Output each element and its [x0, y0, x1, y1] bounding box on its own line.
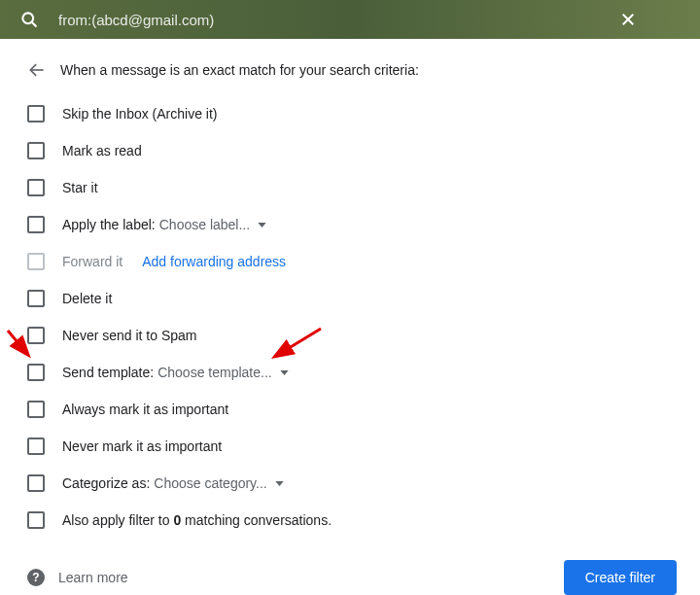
checkbox-star[interactable]: [27, 179, 45, 196]
filter-options-panel: When a message is an exact match for you…: [0, 39, 700, 595]
checkbox-send-template[interactable]: [27, 364, 45, 381]
option-send-template: Send template: Choose template...: [0, 354, 700, 391]
svg-point-0: [22, 13, 33, 23]
checkbox-apply-label[interactable]: [27, 216, 45, 233]
dropdown-text: Choose template...: [158, 365, 272, 380]
learn-more-link[interactable]: Learn more: [58, 570, 128, 585]
option-label: Never mark it as important: [62, 438, 222, 454]
checkbox-categorize[interactable]: [27, 474, 45, 492]
help-icon[interactable]: ?: [27, 569, 45, 586]
close-icon[interactable]: [619, 11, 637, 28]
option-skip-inbox: Skip the Inbox (Archive it): [0, 95, 700, 132]
categorize-dropdown[interactable]: Choose category...: [154, 475, 283, 491]
chevron-down-icon: [258, 223, 266, 228]
chevron-down-icon: [275, 481, 284, 486]
option-never-spam: Never send it to Spam: [0, 317, 700, 354]
chevron-down-icon: [280, 370, 289, 375]
option-label: Always mark it as important: [62, 402, 228, 417]
svg-marker-7: [275, 481, 283, 486]
option-categorize: Categorize as: Choose category...: [0, 465, 700, 502]
option-label: Forward it: [62, 254, 122, 269]
search-query[interactable]: from:(abcd@gmail.com): [58, 12, 214, 28]
svg-marker-6: [280, 370, 288, 375]
svg-line-1: [32, 22, 37, 27]
also-apply-pre: Also apply filter to: [62, 512, 173, 528]
option-label: Never send it to Spam: [62, 328, 197, 343]
option-apply-label: Apply the label: Choose label...: [0, 206, 700, 243]
option-label: Skip the Inbox (Archive it): [62, 106, 218, 122]
search-icon[interactable]: [19, 10, 39, 29]
checkbox-also-apply[interactable]: [27, 511, 45, 529]
option-mark-read: Mark as read: [0, 132, 700, 169]
also-apply-post: matching conversations.: [181, 512, 332, 528]
option-label: Categorize as:: [62, 475, 150, 491]
option-label: Send template:: [62, 365, 154, 380]
checkbox-mark-read[interactable]: [27, 142, 45, 159]
add-forwarding-link[interactable]: Add forwarding address: [142, 254, 286, 269]
search-bar: from:(abcd@gmail.com): [0, 0, 700, 39]
checkbox-never-important[interactable]: [27, 438, 45, 455]
dropdown-text: Choose category...: [154, 475, 266, 491]
option-label: Delete it: [62, 291, 112, 306]
option-forward: Forward it Add forwarding address: [0, 243, 700, 280]
checkbox-forward[interactable]: [27, 253, 45, 270]
option-label: Apply the label:: [62, 217, 156, 232]
dropdown-text: Choose label...: [159, 217, 250, 232]
header-text: When a message is an exact match for you…: [60, 62, 419, 78]
back-arrow-icon[interactable]: [27, 60, 47, 80]
create-filter-button[interactable]: Create filter: [564, 560, 677, 595]
option-delete: Delete it: [0, 280, 700, 317]
checkbox-never-spam[interactable]: [27, 327, 45, 344]
option-label: Star it: [62, 180, 98, 195]
option-star: Star it: [0, 169, 700, 206]
option-always-important: Always mark it as important: [0, 391, 700, 428]
footer: ? Learn more Create filter: [0, 546, 700, 595]
checkbox-always-important[interactable]: [27, 401, 45, 418]
checkbox-skip-inbox[interactable]: [27, 105, 45, 122]
option-also-apply: Also apply filter to 0 matching conversa…: [0, 502, 700, 539]
option-label: Also apply filter to 0 matching conversa…: [62, 512, 332, 528]
svg-marker-5: [258, 223, 265, 228]
checkbox-delete[interactable]: [27, 290, 45, 307]
option-never-important: Never mark it as important: [0, 428, 700, 465]
send-template-dropdown[interactable]: Choose template...: [158, 365, 289, 380]
option-label: Mark as read: [62, 143, 142, 158]
apply-label-dropdown[interactable]: Choose label...: [159, 217, 266, 232]
